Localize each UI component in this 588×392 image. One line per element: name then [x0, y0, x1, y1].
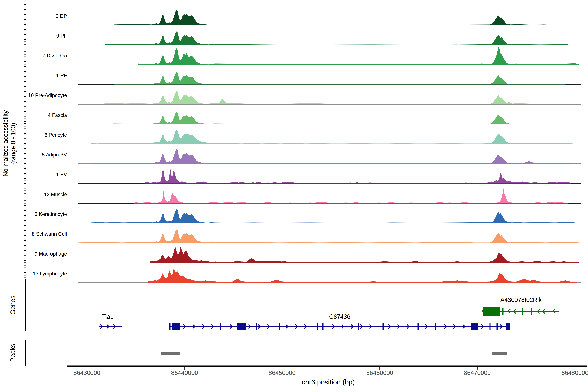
- track-label-1-rf: 1 RF: [0, 73, 67, 78]
- signal-area-1-rf: [114, 72, 565, 84]
- genome-browser-figure: Normalized accessibility (range 0 - 100)…: [0, 0, 588, 392]
- signal-area-8-schwann-cell: [78, 229, 579, 243]
- signal-area-12-muscle: [134, 188, 568, 204]
- gene-c87436-exon-bar: [490, 323, 491, 330]
- gene-c87436-exon-bar: [435, 323, 436, 330]
- track-label-8-schwann-cell: 8 Schwann Cell: [0, 231, 67, 237]
- gene-c87436-exon-box: [506, 322, 510, 330]
- x-axis-title: chr6 position (bp): [247, 378, 410, 386]
- gene-c87436-exon-bar: [418, 323, 419, 330]
- track-label-13-lymphocyte: 13 Lymphocyte: [0, 271, 67, 276]
- gene-c87436-exon-box: [471, 322, 478, 330]
- track-label-12-muscle: 12 Muscle: [0, 192, 67, 197]
- signal-area-10-pre-adipocyte: [104, 91, 558, 104]
- gene-c87436-exon-bar: [322, 323, 324, 330]
- track-label-2-dp: 2 DP: [0, 14, 67, 19]
- y-axis-label-line1: Normalized accessibility: [2, 62, 10, 225]
- gene-a430078i02rik-exon-bar: [531, 308, 532, 315]
- track-label-7-div-fibro: 7 Div Fibro: [0, 53, 67, 58]
- peaks-section-label: Peaks: [9, 328, 16, 377]
- track-label-3-keratinocyte: 3 Keratinocyte: [0, 212, 67, 217]
- track-label-10-pre-adipocyte: 10 Pre-Adipocyte: [0, 92, 67, 98]
- peak-region-bar-2: [492, 352, 507, 355]
- gene-c87436-exon-bar: [170, 323, 170, 330]
- gene-c87436-exon-bar: [317, 323, 318, 330]
- gene-a430078i02rik-exon-box: [483, 306, 500, 316]
- x-tick-label-86450000: 86450000: [256, 370, 308, 376]
- track-label-6-pericyte: 6 Pericyte: [0, 132, 67, 138]
- x-tick-label-86440000: 86440000: [158, 370, 211, 376]
- plot-canvas: [0, 0, 588, 392]
- y-axis-ticks: [24, 4, 26, 280]
- gene-a430078i02rik-exon-bar: [502, 308, 504, 315]
- track-label-0-pf: 0 PF: [0, 33, 67, 38]
- gene-c87436-exon-bar: [256, 323, 257, 330]
- gene-c87436-exon-bar: [496, 323, 498, 330]
- signal-area-5-adipo-bv: [92, 149, 572, 164]
- gene-c87436-exon-box: [172, 322, 180, 330]
- gene-label-c87436: C87436: [302, 313, 377, 320]
- signal-area-3-keratinocyte: [91, 209, 575, 223]
- gene-label-a430078i02rik: A430078I02Rik: [484, 296, 558, 303]
- track-label-4-fascia: 4 Fascia: [0, 112, 67, 118]
- gene-c87436-exon-bar: [358, 323, 359, 330]
- gene-a430078i02rik-exon-bar: [522, 308, 524, 315]
- genes-section-label: Genes: [9, 280, 16, 330]
- signal-area-0-pf: [104, 31, 568, 45]
- track-label-9-macrophage: 9 Macrophage: [0, 251, 67, 256]
- signal-area-7-div-fibro: [138, 46, 579, 65]
- x-tick-label-86480000: 86480000: [549, 370, 588, 376]
- signal-area-13-lymphocyte: [148, 268, 576, 283]
- signal-area-4-fascia: [113, 112, 567, 124]
- signal-area-2-dp: [114, 10, 555, 25]
- signal-area-6-pericyte: [91, 130, 573, 144]
- track-label-5-adipo-bv: 5 Adipo BV: [0, 152, 67, 158]
- track-label-11-bv: 11 BV: [0, 172, 67, 177]
- x-tick-label-86430000: 86430000: [61, 370, 113, 376]
- signal-area-11-bv: [145, 168, 571, 184]
- y-axis-label-line2: (range 0 - 100): [10, 62, 17, 225]
- x-tick-label-86460000: 86460000: [354, 370, 406, 376]
- gene-c87436-exon-box: [238, 322, 246, 330]
- signal-area-9-macrophage: [150, 247, 579, 263]
- gene-label-tia1: Tia1: [70, 313, 145, 320]
- gene-c87436-exon-bar: [382, 323, 384, 330]
- gene-c87436-exon-bar: [279, 323, 280, 330]
- gene-c87436-exon-bar: [220, 323, 221, 330]
- x-tick-label-86470000: 86470000: [451, 370, 504, 376]
- peak-region-bar-1: [161, 352, 180, 355]
- y-axis-label: Normalized accessibility (range 0 - 100): [2, 62, 18, 225]
